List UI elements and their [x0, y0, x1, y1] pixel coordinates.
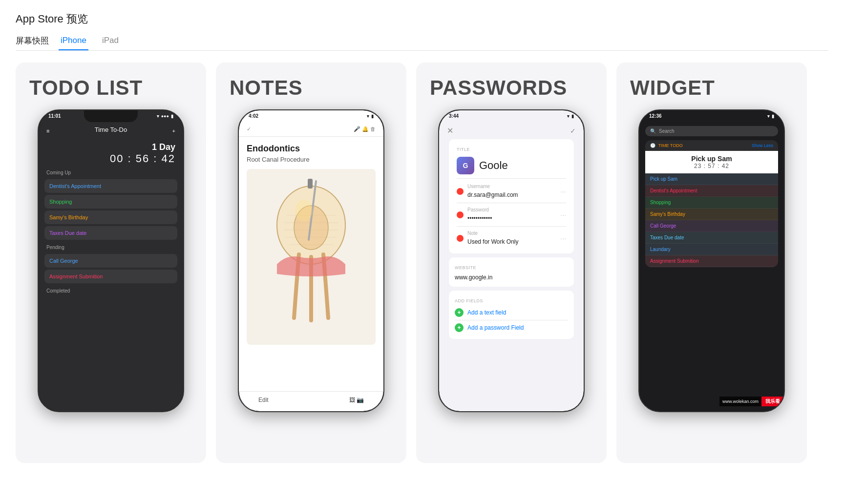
pw-note-value: Used for Work Only	[467, 238, 518, 245]
pw-status-right: ▾ ▮	[567, 114, 574, 119]
notes-nav: ✓ 🎤 🔔 🗑	[239, 124, 383, 137]
tab-ipad[interactable]: iPad	[100, 36, 121, 50]
pw-main-section: TITLE G Goole Usernam	[449, 139, 574, 253]
widget-wifi-icon: ▾	[767, 114, 770, 119]
widget-list-item-7: Assignment Submition	[645, 255, 778, 267]
notes-edit-btn[interactable]: Edit	[258, 397, 269, 403]
card-title-widget: WIDGET	[630, 76, 715, 100]
widget-list-item-5: Taxes Due date	[645, 232, 778, 244]
widget-list-item-1: Dentist's Appointment	[645, 185, 778, 197]
todo-status-bar: 11:01 ▾ ●●● ▮	[48, 113, 173, 119]
todo-time-label: 00 : 56 : 42	[46, 152, 175, 165]
signal-icon: ●●●	[161, 114, 169, 119]
widget-app-label: TIME TODO	[658, 143, 683, 148]
todo-section-completed: Completed	[39, 285, 183, 295]
todo-nav: ≡ Time To-Do +	[39, 124, 183, 139]
tab-iphone[interactable]: iPhone	[59, 36, 88, 50]
pw-app-name: Goole	[479, 159, 508, 172]
pw-add-text-label: Add a text field	[467, 309, 506, 316]
pw-add-section: ADD FIELDS + Add a text field + Add a pa…	[449, 291, 574, 339]
notes-check-icon: ✓	[247, 126, 251, 132]
pw-password-label: Password	[467, 207, 492, 212]
notes-bottom-bar: Edit 🖼 📷	[239, 391, 383, 403]
screenshot-card-passwords: PASSWORDS 3:44 ▾ ▮	[416, 63, 607, 463]
page-wrapper: App Store 预览 屏幕快照 iPhone iPad TODO LIST …	[0, 0, 844, 483]
widget-list-item-4: Call George	[645, 220, 778, 232]
todo-section-coming-up: Coming Up	[39, 167, 183, 177]
svg-rect-3	[308, 179, 313, 189]
todo-countdown: 1 Day 00 : 56 : 42	[39, 139, 183, 167]
todo-app-title: Time To-Do	[95, 126, 127, 135]
phone-outer-notes: 4:02 ▾ ▮ ✓ 🎤 🔔 🗑	[238, 109, 384, 412]
widget-header: 🕐 TIME TODO Show Less	[645, 140, 778, 151]
phone-mockup-passwords: 3:44 ▾ ▮ ✕ ✓	[438, 109, 585, 412]
widget-search-icon: 🔍	[650, 128, 656, 134]
pw-username-value: dr.sara@gmail.com	[467, 191, 518, 198]
todo-item-taxes: Taxes Due date	[44, 226, 177, 240]
todo-item-call-george: Call George	[44, 254, 177, 268]
notes-illustration	[247, 169, 376, 345]
pw-status-time: 3:44	[449, 113, 459, 119]
notes-screen: 4:02 ▾ ▮ ✓ 🎤 🔔 🗑	[239, 110, 383, 411]
card-title-todo: TODO LIST	[29, 76, 143, 100]
battery-icon: ▮	[171, 114, 173, 119]
notes-battery-icon: ▮	[371, 114, 374, 119]
screenshots-row: TODO LIST 11:01 ▾ ●●● ▮	[16, 63, 828, 463]
widget-battery-icon: ▮	[772, 114, 774, 119]
todo-menu-icon: ≡	[46, 128, 49, 134]
phone-outer-widget: 12:36 ▾ ▮ 🔍 Search	[638, 109, 785, 412]
notes-status-right: ▾ ▮	[367, 114, 374, 119]
widget-list-item-3: Samy's Birthday	[645, 209, 778, 220]
pw-website-value: www.google.in	[455, 272, 568, 283]
pw-username-more: ···	[560, 188, 566, 195]
todo-section-pending: Pending	[39, 242, 183, 252]
pw-add-text-row[interactable]: + Add a text field	[455, 305, 568, 320]
pw-close-icon[interactable]: ✕	[447, 126, 453, 135]
pw-battery-icon: ▮	[571, 114, 574, 119]
notes-wifi-icon: ▾	[367, 114, 369, 119]
pw-username-row: Username dr.sara@gmail.com ···	[457, 180, 566, 203]
tab-row: 屏幕快照 iPhone iPad	[16, 35, 828, 51]
pw-title-label: TITLE	[457, 143, 566, 154]
pw-nav: ✕ ✓	[439, 124, 584, 139]
widget-status-time: 12:36	[649, 113, 662, 119]
todo-status-right: ▾ ●●● ▮	[157, 114, 173, 119]
pw-password-value: ••••••••••••	[467, 215, 492, 222]
todo-item-assignment: Assignment Submition	[44, 270, 177, 283]
widget-list-item-2: Shopping	[645, 197, 778, 209]
pw-note-more: ···	[560, 234, 566, 242]
todo-item-birthday: Samy's Birthday	[44, 210, 177, 224]
pw-add-text-icon: +	[455, 308, 464, 317]
watermark-container: www.wolekan.com 我乐看	[719, 397, 784, 406]
tooth-illustration	[262, 176, 360, 337]
screenshot-card-widget: WIDGET 12:36 ▾ ▮	[616, 63, 807, 463]
svg-point-9	[295, 200, 313, 221]
card-title-notes: NOTES	[230, 76, 303, 100]
pw-username-dot	[457, 188, 464, 195]
pw-username-field: Username dr.sara@gmail.com	[467, 184, 518, 199]
pw-app-row: G Goole	[457, 154, 566, 177]
pw-note-row: Note Used for Work Only ···	[457, 227, 566, 250]
pw-add-password-icon: +	[455, 323, 464, 332]
pw-note-field: Note Used for Work Only	[467, 231, 518, 246]
widget-search-placeholder: Search	[659, 128, 675, 134]
widget-search-bar[interactable]: 🔍 Search	[645, 126, 778, 136]
widget-status-right: ▾ ▮	[767, 114, 774, 119]
pw-password-more: ···	[560, 211, 566, 219]
pw-confirm-icon[interactable]: ✓	[570, 127, 576, 135]
notes-status-time: 4:02	[249, 113, 258, 119]
todo-item-shopping: Shopping	[44, 195, 177, 209]
phone-mockup-widget: 12:36 ▾ ▮ 🔍 Search	[638, 109, 785, 412]
screenshots-label: 屏幕快照	[16, 35, 49, 50]
notes-title: Endodontics	[247, 144, 376, 154]
watermark-brand: 我乐看	[761, 397, 784, 406]
pw-add-password-row[interactable]: + Add a password Field	[455, 320, 568, 335]
todo-add-icon: +	[172, 128, 175, 134]
screenshot-card-notes: NOTES 4:02 ▾ ▮	[216, 63, 406, 463]
phone-outer-todo: 11:01 ▾ ●●● ▮ ≡ Time To-Do	[38, 109, 184, 412]
widget-show-less[interactable]: Show Less	[752, 143, 773, 148]
phone-mockup-notes: 4:02 ▾ ▮ ✓ 🎤 🔔 🗑	[238, 109, 384, 412]
page-title: App Store 预览	[16, 12, 828, 26]
pw-website-label: WEBSITE	[455, 261, 568, 272]
notes-content: Endodontics Root Canal Procedure	[239, 137, 383, 352]
